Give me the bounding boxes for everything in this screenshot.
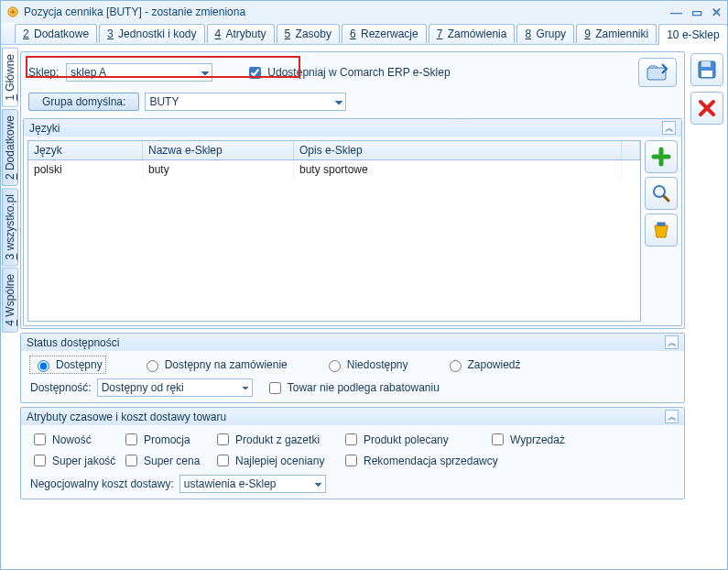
- tab-zasoby[interactable]: 5 Zasoby: [277, 24, 340, 43]
- grupa-domyslna-button[interactable]: Grupa domyślna:: [28, 93, 139, 111]
- minimize-button[interactable]: —: [670, 5, 682, 19]
- svg-rect-1: [647, 68, 666, 80]
- add-button[interactable]: [645, 140, 678, 173]
- cell-nazwa: buty: [143, 160, 294, 179]
- chk-super-cena[interactable]: Super cena: [122, 452, 213, 469]
- tab-atrybuty[interactable]: 4 Atrybuty: [207, 24, 275, 43]
- tab-zamienniki[interactable]: 9 Zamienniki: [576, 24, 657, 43]
- chk-promocja[interactable]: Promocja: [122, 431, 213, 448]
- attr-collapse-icon[interactable]: ︽: [665, 410, 679, 423]
- cancel-button[interactable]: [690, 92, 723, 125]
- x-icon: [697, 98, 717, 118]
- svg-rect-5: [701, 61, 711, 67]
- chk-super-jakosc[interactable]: Super jakość: [30, 452, 122, 469]
- sklep-label: Sklep:: [28, 66, 59, 79]
- plus-icon: [651, 147, 671, 167]
- norabat-checkbox[interactable]: Towar nie podlega rabatowaniu: [266, 379, 440, 397]
- magnifier-icon: [651, 183, 671, 203]
- negocjowalny-label: Negocjowalny koszt dostawy:: [30, 477, 174, 490]
- window-title: Pozycja cennika [BUTY] - zostanie zmieni…: [24, 5, 245, 18]
- radio-dostepny-zamowienie[interactable]: Dostępny na zamówienie: [142, 357, 288, 372]
- svg-rect-6: [701, 71, 712, 77]
- diskette-icon: [696, 59, 718, 81]
- svg-rect-3: [657, 223, 665, 225]
- status-collapse-icon[interactable]: ︽: [665, 335, 679, 349]
- radio-zapowiedz[interactable]: Zapowiedź: [445, 357, 521, 372]
- sklep-select[interactable]: sklep A: [66, 63, 212, 82]
- languages-table: Język Nazwa e-Sklep Opis e-Sklep polski …: [27, 140, 641, 322]
- save-button[interactable]: [690, 53, 723, 86]
- import-button[interactable]: [638, 58, 677, 87]
- tab-jednostki[interactable]: 3 Jednostki i kody: [99, 24, 204, 43]
- dostepnosc-select[interactable]: Dostępny od ręki: [97, 378, 253, 397]
- radio-niedostepny[interactable]: Niedostępny: [324, 357, 408, 372]
- search-button[interactable]: [645, 177, 678, 210]
- share-checkbox[interactable]: Udostępniaj w Comarch ERP e-Sklep: [245, 64, 450, 82]
- col-nazwa[interactable]: Nazwa e-Sklep: [143, 141, 294, 159]
- chk-wyprzedaz[interactable]: Wyprzedaż: [488, 431, 598, 448]
- table-row[interactable]: polski buty buty sportowe: [28, 160, 640, 179]
- radio-dostepny[interactable]: Dostępny: [30, 356, 105, 373]
- maximize-button[interactable]: ▭: [691, 5, 702, 19]
- side-tabstrip: 1 Główne 2 Dodatkowe 3 wszystko.pl 4 Wsp…: [1, 46, 18, 569]
- tab-esklep[interactable]: 10 e-Sklep: [658, 24, 727, 45]
- vtab-wszystko[interactable]: 3 wszystko.pl: [2, 188, 18, 266]
- chk-gazetka[interactable]: Produkt z gazetki: [213, 431, 342, 448]
- close-button[interactable]: ✕: [712, 5, 722, 19]
- titlebar: Pozycja cennika [BUTY] - zostanie zmieni…: [1, 1, 727, 23]
- app-icon: [6, 5, 19, 18]
- vtab-glowne[interactable]: 1 Główne: [2, 48, 18, 107]
- folder-arrow-icon: [646, 62, 669, 82]
- right-action-bar: [689, 51, 725, 564]
- share-checkbox-input[interactable]: [249, 67, 261, 79]
- trash-icon: [651, 220, 671, 240]
- vtab-wspolne[interactable]: 4 Wspólne: [2, 268, 18, 333]
- status-panel: Status dostępności ︽ Dostępny Dostępny n…: [20, 333, 685, 403]
- dostepnosc-label: Dostępność:: [30, 381, 92, 394]
- cell-jezyk: polski: [28, 160, 143, 179]
- attr-panel: Atrybuty czasowe i koszt dostawy towaru …: [20, 407, 685, 499]
- top-tabstrip: 2 Dodatkowe 3 Jednostki i kody 4 Atrybut…: [1, 23, 727, 45]
- delete-button[interactable]: [645, 214, 678, 247]
- col-opis[interactable]: Opis e-Sklep: [294, 141, 622, 159]
- chk-rekomendacja[interactable]: Rekomendacja sprzedawcy: [342, 452, 598, 469]
- tab-zamowienia[interactable]: 7 Zamówienia: [429, 24, 516, 43]
- jezyki-header: Języki: [29, 122, 60, 135]
- tab-rezerwacje[interactable]: 6 Rezerwacje: [342, 24, 427, 43]
- jezyki-collapse-icon[interactable]: ︽: [662, 121, 676, 135]
- cell-opis: buty sportowe: [294, 160, 622, 179]
- col-jezyk[interactable]: Język: [28, 141, 143, 159]
- chk-polecany[interactable]: Produkt polecany: [342, 431, 488, 448]
- app-window: Pozycja cennika [BUTY] - zostanie zmieni…: [0, 0, 728, 570]
- attr-header: Atrybuty czasowe i koszt dostawy towaru: [27, 411, 226, 423]
- tab-dodatkowe[interactable]: 2 Dodatkowe: [15, 24, 97, 43]
- chk-najlepiej[interactable]: Najlepiej oceniany: [213, 452, 342, 469]
- chk-nowosc[interactable]: Nowość: [30, 431, 122, 448]
- status-header: Status dostępności: [27, 336, 119, 349]
- vtab-dodatkowe[interactable]: 2 Dodatkowe: [2, 109, 18, 186]
- grupa-select[interactable]: BUTY: [145, 93, 346, 111]
- tab-grupy[interactable]: 8 Grupy: [516, 24, 574, 43]
- negocjowalny-select[interactable]: ustawienia e-Sklep: [179, 475, 326, 493]
- top-panel: Sklep: sklep A Udostępniaj w Comarch ERP…: [20, 51, 685, 329]
